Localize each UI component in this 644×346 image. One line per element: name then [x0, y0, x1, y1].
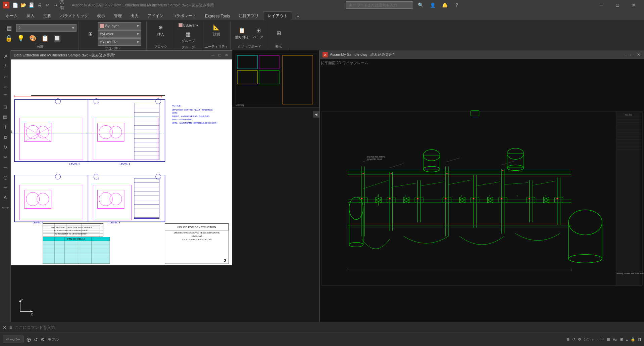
panel-expand-btn[interactable]: ◀ — [313, 111, 319, 118]
tab-output[interactable]: 出力 — [126, 11, 143, 20]
search-button[interactable]: 🔍 — [416, 0, 425, 10]
match-props-btn[interactable]: ⊞ — [85, 29, 96, 39]
measure-btn[interactable]: 📐 計測 — [211, 22, 222, 38]
minimize-button[interactable]: ─ — [594, 0, 609, 10]
tab-addin[interactable]: アドイン — [143, 11, 168, 20]
ortho-icon[interactable]: ⚙ — [41, 337, 45, 342]
snap-icon[interactable]: ↺ — [34, 337, 38, 342]
tool-polyline[interactable]: ⌐ — [1, 72, 10, 81]
close-button[interactable]: ✕ — [626, 0, 641, 10]
qat-redo[interactable]: ↪ — [52, 1, 59, 9]
display-btn[interactable]: ⊞ — [273, 28, 284, 38]
lineweight-dropdown[interactable]: BYLAYER ▾ — [98, 38, 141, 46]
tool-offset[interactable]: ◌ — [1, 173, 10, 182]
tab-home[interactable]: ホーム — [1, 11, 22, 20]
command-menu-icon[interactable]: ≡ — [9, 325, 12, 330]
tool-circle[interactable]: ○ — [1, 82, 10, 91]
search-input[interactable] — [346, 1, 413, 9]
tool-dim[interactable]: ⟷ — [1, 203, 10, 212]
tool-mirror[interactable]: ⊣ — [1, 183, 10, 192]
right-area: Minimap ◀ A Assembly Sample.dwg - 読み込み専用… — [232, 50, 644, 346]
lock-btn[interactable]: 🔒 — [631, 337, 635, 342]
qat-new[interactable]: 📄 — [11, 1, 19, 9]
measure-label: 計測 — [213, 32, 220, 37]
svg-point-197 — [391, 173, 392, 174]
assembly-canvas[interactable]: HAT. NO. — [320, 59, 644, 338]
status-icon-3[interactable]: ⚙ — [578, 337, 581, 342]
layer-btn4[interactable]: 🎨 — [28, 34, 38, 43]
doc-close[interactable]: ✕ — [224, 53, 229, 57]
color-dropdown[interactable]: ByLayer ▾ — [98, 22, 141, 30]
linetype-dropdown[interactable]: ByLayer ▾ — [98, 30, 141, 38]
tab-manage[interactable]: 管理 — [109, 11, 126, 20]
layer-properties-btn[interactable]: ▤ — [3, 23, 15, 33]
maximize-button[interactable]: □ — [610, 0, 625, 10]
panel-btn[interactable]: ◨ — [638, 337, 641, 342]
status-icon-2[interactable]: ↺ — [572, 337, 575, 342]
doc-maximize[interactable]: □ — [217, 53, 222, 57]
tool-copy[interactable]: ⧉ — [1, 132, 10, 142]
assembly-close[interactable]: ✕ — [636, 52, 641, 57]
base-btn[interactable]: ⊞ ベース — [252, 25, 265, 41]
tab-layout[interactable]: レイアウト — [263, 11, 292, 20]
group-panel-content: ByLayer ▾ ▦ グループ — [177, 22, 200, 44]
tool-line[interactable]: / — [1, 62, 10, 71]
zoom-out-btn[interactable]: - — [596, 338, 598, 342]
status-left: ペーパー ⊕ ↺ ⚙ モデル — [3, 336, 59, 343]
grid-icon[interactable]: ⊕ — [26, 336, 31, 343]
tool-trim[interactable]: ✂ — [1, 153, 10, 162]
paste-btn[interactable]: 📋 貼り付け — [234, 25, 250, 41]
tool-rectangle[interactable]: □ — [1, 102, 10, 112]
zoom-btn[interactable]: 1:1 — [584, 338, 589, 342]
assembly-maximize[interactable]: □ — [629, 52, 635, 57]
tab-express-tools[interactable]: Express Tools — [201, 11, 234, 20]
insert-btn[interactable]: ⊕ 挿入 — [155, 22, 166, 38]
tab-annotation[interactable]: 注釈 — [39, 11, 56, 20]
tool-arc[interactable]: ⌒ — [1, 92, 10, 101]
group-btn[interactable]: ▦ グループ — [180, 29, 197, 44]
tab-view[interactable]: 表示 — [93, 11, 109, 20]
layer-btn2[interactable]: 🔒 — [3, 34, 14, 43]
layer-btn3[interactable]: 💡 — [15, 34, 26, 43]
layer-btn5[interactable]: 📋 — [40, 34, 50, 43]
layer-btn6[interactable]: 🔲 — [52, 34, 62, 43]
notification-icon[interactable]: 🔔 — [440, 0, 449, 10]
zoom-in-btn[interactable]: + — [592, 338, 594, 342]
annotation-btn[interactable]: Aa — [613, 338, 617, 342]
qat-share[interactable]: 共有 — [60, 1, 67, 9]
status-icon-1[interactable]: ⊞ — [566, 337, 569, 342]
model-space-btn[interactable]: モデル — [48, 337, 59, 342]
svg-text:EMPLOYED: EXISTING PLANT / BUI: EMPLOYED: EXISTING PLANT / BUILDINGS — [172, 109, 213, 111]
tool-text[interactable]: A — [1, 193, 10, 202]
qat-undo[interactable]: ↩ — [44, 1, 51, 9]
qat-save[interactable]: 💾 — [28, 1, 35, 9]
minimap-panel: Minimap — [232, 50, 319, 107]
tab-plus[interactable]: + — [293, 11, 302, 20]
fullscreen-btn[interactable]: ⛶ — [600, 338, 604, 342]
tool-hatch[interactable]: ▤ — [1, 112, 10, 122]
tab-insert[interactable]: 挿入 — [22, 11, 39, 20]
assembly-minimize[interactable]: ─ — [623, 52, 628, 57]
doc-minimize[interactable]: ─ — [210, 53, 216, 57]
tool-move[interactable]: ✛ — [1, 122, 10, 132]
tool-rotate[interactable]: ↻ — [1, 142, 10, 152]
tool-select[interactable]: ↗ — [1, 52, 10, 61]
workspace-btn[interactable]: ⊞ — [620, 337, 623, 342]
group-color-btn[interactable]: ByLayer ▾ — [177, 22, 200, 28]
tab-parametric[interactable]: パラメトリック — [56, 11, 93, 20]
viewport-btn[interactable]: ▦ — [607, 337, 610, 342]
command-close-icon[interactable]: ✕ — [3, 325, 7, 330]
command-input[interactable] — [15, 325, 641, 330]
tool-extend[interactable]: → — [1, 163, 10, 172]
layer-dropdown[interactable]: 2 ▾ — [16, 24, 77, 32]
tab-collaborate[interactable]: コラボレート — [168, 11, 201, 20]
tab-featured-apps[interactable]: 注目アプリ — [234, 11, 263, 20]
qat-open[interactable]: 📂 — [19, 1, 27, 9]
properties-btn[interactable]: ≡ — [626, 338, 628, 342]
display-group-label: 表示 — [275, 44, 282, 50]
group-label: グループ — [182, 39, 195, 43]
user-icon[interactable]: 👤 — [428, 0, 437, 10]
paper-btn[interactable]: ペーパー — [3, 336, 23, 343]
help-icon[interactable]: ? — [452, 0, 461, 10]
qat-print[interactable]: 🖨 — [36, 1, 43, 9]
